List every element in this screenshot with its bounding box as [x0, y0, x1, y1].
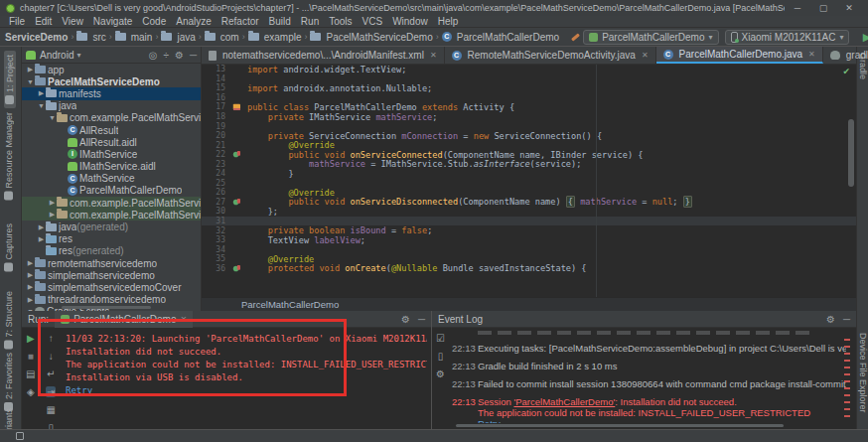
tree-item-com-example-pacelmathservicedemo[interactable]: ▶com.example.PacelMathServiceDemo (test) — [22, 209, 201, 221]
clear-all-icon[interactable]: ▯ — [438, 351, 444, 362]
run-icon[interactable]: ▶ — [860, 31, 868, 44]
menu-tools[interactable]: Tools — [324, 16, 357, 27]
tree-item-remotemathservicedemo[interactable]: ▶remotemathservicedemo — [22, 257, 201, 269]
tree-collapse-arrow[interactable]: ▶ — [26, 259, 35, 267]
tree-collapse-arrow[interactable]: ▶ — [26, 66, 35, 74]
breadcrumb-item[interactable]: example — [248, 32, 302, 43]
override-marker-icon[interactable] — [232, 265, 239, 272]
tree-collapse-arrow[interactable]: ▶ — [26, 283, 35, 291]
class-marker-icon[interactable] — [232, 104, 239, 110]
hide-panel-icon[interactable]: ─ — [418, 314, 425, 325]
tree-item-threadrandomservicedemo[interactable]: ▶threadrandomservicedemo — [22, 294, 201, 306]
stripe--structure[interactable]: 7: Structure — [4, 291, 14, 350]
tree-expand-arrow[interactable]: ▼ — [26, 78, 35, 85]
tree-collapse-arrow[interactable]: ▶ — [37, 89, 46, 97]
retry-link[interactable]: Retry — [478, 418, 501, 423]
tree-item-parcelmathcallerdemo[interactable]: CParcelMathCallerDemo — [22, 185, 201, 197]
stripe-resource-manager[interactable]: Resource Manager — [4, 112, 14, 201]
tree-item-allresult[interactable]: CAllResult — [22, 124, 201, 136]
tree-item-res[interactable]: res (generated) — [22, 245, 201, 257]
settings-gear-icon[interactable]: ⚙ — [175, 50, 184, 61]
settings-wrench-icon[interactable]: ⚙ — [436, 368, 445, 379]
tree-item-imathservice[interactable]: IIMathService — [22, 148, 201, 160]
tree-collapse-arrow[interactable]: ▶ — [26, 296, 35, 304]
override-marker-icon[interactable] — [232, 151, 239, 158]
tab-remotemathservicedemoactivity-java[interactable]: CRemoteMathServiceDemoActivity.java✕ — [445, 47, 656, 64]
tree-collapse-arrow[interactable]: ▶ — [48, 199, 57, 207]
breadcrumb-item[interactable]: src — [76, 32, 105, 43]
minimize-button[interactable]: ─ — [785, 3, 810, 13]
settings-gear-icon[interactable]: ⚙ — [826, 314, 835, 325]
collapse-all-icon[interactable]: ÷ — [163, 50, 169, 61]
stripe--favorites[interactable]: 2: Favorites — [4, 353, 14, 411]
toolwindow-toggle-icon[interactable] — [16, 432, 24, 440]
stripe-device-file-explorer[interactable]: Device File Explorer — [858, 333, 868, 413]
tree-item-imathservice-aidl[interactable]: IMathService.aidl — [22, 161, 201, 173]
device-dropdown[interactable]: Xiaomi M2012K11AC ▾ — [725, 30, 850, 45]
session-link[interactable]: 'ParcelMathCallerDemo' — [513, 396, 615, 407]
close-icon[interactable]: ✕ — [642, 51, 649, 60]
rerun-icon[interactable]: ▶ — [27, 333, 35, 344]
menu-file[interactable]: File — [4, 16, 30, 27]
menu-view[interactable]: View — [57, 16, 88, 27]
breadcrumb-item[interactable]: main — [115, 32, 153, 43]
tree-horizontal-scrollbar[interactable] — [62, 306, 151, 309]
menu-refactor[interactable]: Refactor — [217, 16, 264, 27]
soft-wrap-icon[interactable]: ↵ — [47, 368, 55, 379]
tree-item-com-example-pacelmathservicedemo[interactable]: ▼com.example.PacelMathServiceDemo — [22, 112, 201, 124]
hide-panel-icon[interactable]: ─ — [843, 314, 850, 325]
breadcrumb-item[interactable]: com — [205, 32, 239, 43]
menu-build[interactable]: Build — [264, 16, 296, 27]
override-marker-icon[interactable] — [232, 199, 239, 206]
down-stack-icon[interactable]: ↓ — [49, 351, 54, 362]
tab-gradle-wrapper-properties[interactable]: gradle-wrapper.properties✕ — [823, 47, 868, 64]
close-icon[interactable]: ✕ — [808, 50, 815, 59]
menu-vcs[interactable]: VCS — [358, 16, 388, 27]
tab-notemathservicedemo-androidmanifest-xml[interactable]: notemathservicedemo\...\AndroidManifest.… — [202, 47, 445, 64]
settings-gear-icon[interactable]: ⚙ — [401, 314, 410, 325]
retry-link[interactable]: Retry — [66, 385, 92, 395]
menu-navigate[interactable]: Navigate — [88, 16, 137, 27]
print-icon[interactable]: ▦ — [46, 404, 55, 415]
up-stack-icon[interactable]: ↑ — [49, 333, 54, 344]
tree-collapse-arrow[interactable]: ▶ — [48, 211, 57, 219]
menu-help[interactable]: Help — [433, 16, 464, 27]
maximize-button[interactable]: ▢ — [810, 3, 836, 13]
tree-expand-arrow[interactable]: ▼ — [48, 114, 57, 121]
tree-item-pacelmathservicedemo[interactable]: ▼PacelMathServiceDemo — [22, 75, 201, 87]
tree-item-allresult-aidl[interactable]: AllResult.aidl — [22, 136, 201, 148]
tab-parcelmathcallerdemo-java[interactable]: CParcelMathCallerDemo.java✕ — [656, 47, 823, 64]
breadcrumb-item[interactable]: java — [161, 32, 195, 43]
tree-item-java[interactable]: ▶java (generated) — [22, 221, 201, 232]
restore-layout-icon[interactable]: ▤ — [26, 368, 35, 379]
close-icon[interactable]: ✕ — [430, 51, 437, 60]
pin-icon[interactable]: ◈ — [27, 386, 35, 397]
tree-item-mathservice[interactable]: CMathService — [22, 173, 201, 185]
hide-panel-icon[interactable]: ─ — [190, 50, 197, 61]
mark-read-icon[interactable]: ☑ — [436, 333, 445, 344]
tree-collapse-arrow[interactable]: ▶ — [37, 223, 46, 231]
close-button[interactable]: ✕ — [836, 3, 862, 13]
tree-item-res[interactable]: ▶res — [22, 233, 201, 245]
tree-item-com-example-pacelmathservicedemo[interactable]: ▶com.example.PacelMathServiceDemo (andro… — [22, 197, 201, 209]
stripe-captures[interactable]: Captures — [4, 223, 14, 272]
menu-window[interactable]: Window — [387, 16, 433, 27]
breadcrumb-item[interactable]: CParcelMathCallerDemo — [442, 32, 559, 43]
tree-item-simplemathservicedemo[interactable]: ▶simplemathservicedemo — [22, 269, 201, 281]
tree-collapse-arrow[interactable]: ▶ — [37, 235, 46, 243]
stop-icon[interactable]: ■ — [28, 351, 34, 362]
menu-analyze[interactable]: Analyze — [171, 16, 217, 27]
run-config-dropdown[interactable]: ParcelMathCallerDemo ▾ — [583, 30, 718, 45]
tree-item-manifests[interactable]: ▶manifests — [22, 87, 201, 99]
menu-code[interactable]: Code — [137, 16, 171, 27]
menu-run[interactable]: Run — [296, 16, 324, 27]
menu-edit[interactable]: Edit — [30, 16, 57, 27]
stripe--project[interactable]: 1: Project — [4, 51, 16, 108]
build-hammer-icon[interactable] — [570, 32, 580, 42]
breadcrumb-item[interactable]: ServiceDemo — [5, 32, 68, 43]
tree-item-app[interactable]: ▶app — [22, 64, 201, 75]
locate-file-icon[interactable]: ◎ — [149, 50, 158, 61]
close-icon[interactable]: ✕ — [181, 315, 188, 324]
tree-item-java[interactable]: ▼java — [22, 100, 201, 112]
tree-item-simplemathservicedemocover[interactable]: ▶simplemathservicedemoCover — [22, 281, 201, 293]
